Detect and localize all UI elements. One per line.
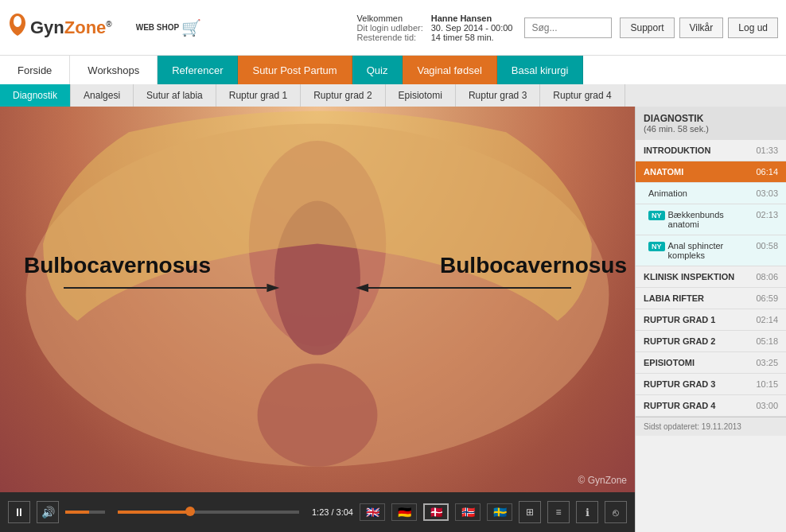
header-buttons: Support Vilkår Log ud xyxy=(620,17,778,38)
svg-point-0 xyxy=(14,16,21,27)
nav2-item-episiotomi[interactable]: Episiotomi xyxy=(386,84,456,107)
sidebar-item-label-ruptur-grad-4: RUPTUR GRAD 4 xyxy=(644,401,756,410)
sidebar-item-introduktion[interactable]: INTRODUKTION01:33 xyxy=(636,140,786,161)
video-label-left: Bulbocavernosus xyxy=(24,253,211,278)
sidebar-item-ruptur-grad-3[interactable]: RUPTUR GRAD 310:15 xyxy=(636,374,786,395)
sidebar-item-label-episiotomi: EPISIOTOMI xyxy=(644,358,756,367)
webshop-label: WEB SHOP xyxy=(136,23,179,33)
nav2-item-diagnostik[interactable]: Diagnostik xyxy=(0,84,71,107)
user-name: Hanne Hansen xyxy=(431,14,513,23)
sidebar-item-time-labia-rifter: 06:59 xyxy=(756,293,778,303)
flag-se[interactable]: 🇸🇪 xyxy=(487,503,512,521)
sidebar-title-text: DIAGNOSTIK xyxy=(644,113,778,124)
sidebar-item-ruptur-grad-4[interactable]: RUPTUR GRAD 403:00 xyxy=(636,395,786,417)
progress-bar[interactable] xyxy=(118,511,299,514)
time-display: 1:23 / 3:04 xyxy=(312,507,353,517)
icon-grid[interactable]: ⊞ xyxy=(519,501,541,523)
sidebar: DIAGNOSTIK (46 min. 58 sek.) INTRODUKTIO… xyxy=(635,107,786,532)
sidebar-item-klinisk-inspektion[interactable]: KLINISK INSPEKTION08:06 xyxy=(636,266,786,288)
webshop-link[interactable]: WEB SHOP 🛒 xyxy=(136,18,201,37)
sidebar-subtitle: (46 min. 58 sek.) xyxy=(644,124,778,134)
video-label-right: Bulbocavernosus xyxy=(440,253,627,278)
nav1-item-workshops[interactable]: Workshops xyxy=(70,56,158,84)
pause-button[interactable]: ⏸ xyxy=(8,501,30,523)
sidebar-item-label-klinisk-inspektion: KLINISK INSPEKTION xyxy=(644,272,756,282)
badge-anal-sphincter-kompleks: NY xyxy=(648,242,665,251)
flag-no[interactable]: 🇳🇴 xyxy=(455,503,481,521)
volume-slider[interactable] xyxy=(65,511,105,514)
svg-marker-8 xyxy=(356,284,368,293)
logout-button[interactable]: Log ud xyxy=(728,17,778,38)
sidebar-item-anal-sphincter-kompleks[interactable]: NYAnal sphincter kompleks00:58 xyxy=(636,235,786,266)
main-content: Bulbocavernosus Bulbocavernosus © GynZon… xyxy=(0,107,786,532)
sidebar-item-episiotomi[interactable]: EPISIOTOMI03:25 xyxy=(636,352,786,374)
nav2-item-ruptur-grad-4[interactable]: Ruptur grad 4 xyxy=(540,84,625,107)
logo-text: GynZone® xyxy=(30,17,112,38)
sidebar-items: INTRODUKTION01:33ANATOMI06:14Animation03… xyxy=(636,140,786,417)
sidebar-item-ruptur-grad-1[interactable]: RUPTUR GRAD 102:14 xyxy=(636,309,786,331)
sidebar-item-label-animation: Animation xyxy=(648,188,756,198)
sidebar-item-label-introduktion: INTRODUKTION xyxy=(644,146,756,155)
nav2-item-sutur-af-labia[interactable]: Sutur af labia xyxy=(134,84,216,107)
sidebar-item-time-animation: 03:03 xyxy=(756,188,778,198)
svg-marker-6 xyxy=(267,284,279,293)
remaining-label: Resterende tid: xyxy=(357,33,417,42)
sidebar-item-label-baekkenbunds-anatomi: NYBækkenbunds anatomi xyxy=(648,210,756,229)
sidebar-item-label-anal-sphincter-kompleks: NYAnal sphincter kompleks xyxy=(648,241,756,260)
nav1-item-forside[interactable]: Forside xyxy=(0,56,70,84)
nav2-item-ruptur-grad-2[interactable]: Ruptur grad 2 xyxy=(301,84,385,107)
sidebar-item-time-introduktion: 01:33 xyxy=(756,146,778,155)
sidebar-item-baekkenbunds-anatomi[interactable]: NYBækkenbunds anatomi02:13 xyxy=(636,204,786,235)
nav1-item-quiz[interactable]: Quiz xyxy=(352,56,403,84)
sidebar-item-anatomi[interactable]: ANATOMI06:14 xyxy=(636,161,786,183)
login-date: 30. Sep 2014 - 00:00 xyxy=(431,23,513,33)
volume-button[interactable]: 🔊 xyxy=(37,501,59,523)
sidebar-item-ruptur-grad-2[interactable]: RUPTUR GRAD 205:18 xyxy=(636,331,786,352)
nav2-item-ruptur-grad-3[interactable]: Ruptur grad 3 xyxy=(456,84,540,107)
remaining-time: 14 timer 58 min. xyxy=(431,33,513,42)
arrow-lines xyxy=(64,276,571,300)
video-frame: Bulbocavernosus Bulbocavernosus © GynZon… xyxy=(0,107,635,492)
icon-external[interactable]: ⎋ xyxy=(605,501,627,523)
sidebar-item-labia-rifter[interactable]: LABIA RIFTER06:59 xyxy=(636,288,786,309)
copyright-text: © GynZone xyxy=(578,475,627,486)
sidebar-item-label-anatomi: ANATOMI xyxy=(644,167,756,177)
sidebar-item-time-anatomi: 06:14 xyxy=(756,167,778,177)
secondary-nav: DiagnostikAnalgesiSutur af labiaRuptur g… xyxy=(0,84,786,107)
flag-de[interactable]: 🇩🇪 xyxy=(391,503,417,521)
sidebar-footer: Sidst opdateret: 19.11.2013 xyxy=(636,417,786,436)
video-content: Bulbocavernosus Bulbocavernosus © GynZon… xyxy=(0,107,635,492)
flag-uk[interactable]: 🇬🇧 xyxy=(360,503,385,521)
sidebar-item-time-klinisk-inspektion: 08:06 xyxy=(756,272,778,282)
sidebar-item-label-ruptur-grad-2: RUPTUR GRAD 2 xyxy=(644,336,756,346)
sidebar-item-label-ruptur-grad-1: RUPTUR GRAD 1 xyxy=(644,315,756,324)
vilkar-button[interactable]: Vilkår xyxy=(679,17,724,38)
sidebar-item-time-ruptur-grad-4: 03:00 xyxy=(756,401,778,410)
icon-info[interactable]: ℹ xyxy=(576,501,598,523)
search-input[interactable] xyxy=(524,17,612,38)
sidebar-title: DIAGNOSTIK (46 min. 58 sek.) xyxy=(636,107,786,140)
logo-icon xyxy=(8,12,27,43)
sidebar-item-time-ruptur-grad-2: 05:18 xyxy=(756,336,778,346)
nav1-item-basal-kirurgi[interactable]: Basal kirurgi xyxy=(497,56,584,84)
nav1-item-vaginal-fodsel[interactable]: Vaginal fødsel xyxy=(403,56,496,84)
sidebar-item-time-ruptur-grad-1: 02:14 xyxy=(756,315,778,324)
nav1-item-sutur-post-partum[interactable]: Sutur Post Partum xyxy=(238,56,352,84)
primary-nav: ForsideWorkshopsReferencerSutur Post Par… xyxy=(0,56,786,84)
sidebar-item-time-anal-sphincter-kompleks: 00:58 xyxy=(756,241,778,250)
svg-point-4 xyxy=(258,363,378,466)
icon-list[interactable]: ≡ xyxy=(547,501,570,523)
badge-baekkenbunds-anatomi: NY xyxy=(648,211,665,220)
sidebar-item-label-labia-rifter: LABIA RIFTER xyxy=(644,293,756,303)
nav2-item-analgesi[interactable]: Analgesi xyxy=(71,84,134,107)
progress-fill xyxy=(118,511,190,514)
flag-dk[interactable]: 🇩🇰 xyxy=(423,503,449,521)
sidebar-item-animation[interactable]: Animation03:03 xyxy=(636,183,786,204)
support-button[interactable]: Support xyxy=(620,17,674,38)
progress-thumb xyxy=(185,507,195,516)
header: GynZone® WEB SHOP 🛒 Velkommen Dit login … xyxy=(0,0,786,56)
welcome-label: Velkommen xyxy=(357,14,423,23)
nav1-item-referencer[interactable]: Referencer xyxy=(158,56,238,84)
nav2-item-ruptur-grad-1[interactable]: Ruptur grad 1 xyxy=(216,84,301,107)
user-info: Velkommen Dit login udløber: Resterende … xyxy=(357,14,513,42)
